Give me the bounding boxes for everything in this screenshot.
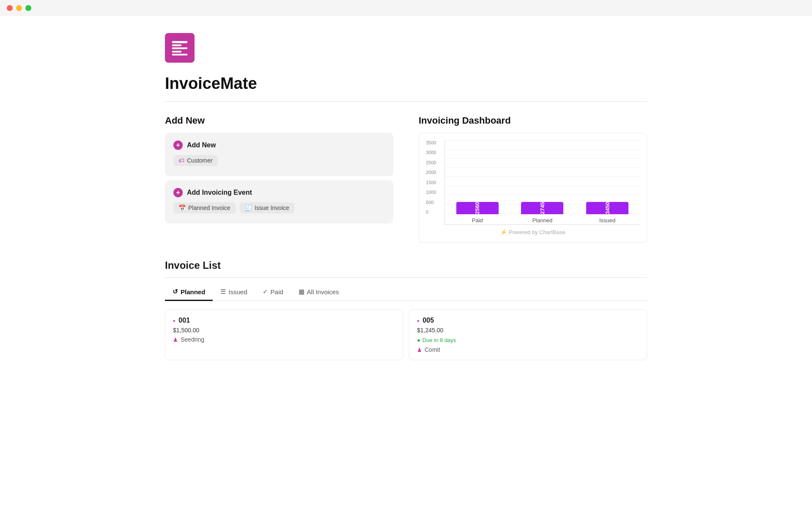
invoice-005-id: 005 [422, 317, 434, 324]
invoice-001-icon: ▪ [173, 317, 175, 324]
bar-chart: 0 500 1000 1500 2000 2500 3000 3500 2560 [426, 140, 640, 225]
customer-tag-label: Customer [187, 157, 213, 164]
bar-issued-rect: 3450 [586, 202, 628, 214]
bar-planned: 2745 Planned [521, 202, 563, 214]
chart-body: 2560 Paid 2745 Planned 3450 [444, 140, 640, 225]
main-divider [165, 101, 647, 102]
app-icon [165, 33, 195, 63]
bar-planned-rect: 2745 [521, 202, 563, 214]
invoice-list-title: Invoice List [165, 260, 647, 271]
tab-all-icon: ▦ [299, 288, 304, 295]
plus-icon[interactable]: + [173, 141, 183, 150]
maximize-button[interactable] [25, 5, 31, 11]
issue-invoice-label: Issue Invoice [255, 204, 289, 211]
y-label-3500: 3500 [426, 140, 436, 145]
tab-paid-icon: ✓ [263, 288, 268, 295]
svg-rect-4 [172, 54, 187, 55]
customer-005-icon: ♟ [417, 347, 422, 353]
dashboard-section: Invoicing Dashboard 0 500 1000 1500 2000… [419, 115, 647, 243]
add-new-card-header: + Add New [173, 141, 385, 150]
customer-001-name: Seedring [181, 336, 204, 343]
customer-tag-icon: 🏷 [178, 157, 184, 164]
two-col-layout: Add New + Add New 🏷 Customer + Add Invoi… [165, 115, 647, 243]
tab-issued-icon: ☰ [220, 288, 226, 295]
bar-planned-label: Planned [532, 217, 553, 224]
bar-issued-label: Issued [599, 217, 615, 224]
add-invoicing-event-title: Add Invoicing Event [187, 189, 252, 196]
svg-rect-3 [172, 51, 181, 52]
tab-issued-label: Issued [228, 288, 247, 295]
add-invoicing-event-card: + Add Invoicing Event 📅 Planned Invoice … [165, 180, 393, 224]
y-label-3000: 3000 [426, 150, 436, 155]
y-label-2500: 2500 [426, 160, 436, 165]
invoice-001-customer: ♟ Seedring [173, 336, 395, 343]
invoice-tabs: ↺ Planned ☰ Issued ✓ Paid ▦ All Invoices [165, 284, 647, 301]
y-label-2000: 2000 [426, 170, 436, 175]
bar-planned-value: 2745 [539, 202, 546, 214]
add-new-section: Add New + Add New 🏷 Customer + Add Invoi… [165, 115, 393, 243]
tab-planned-label: Planned [181, 288, 205, 295]
chart-powered: ⚡ Powered by ChartBase [426, 229, 640, 235]
bar-paid-value: 2560 [474, 202, 480, 214]
bar-issued: 3450 Issued [586, 202, 628, 214]
invoice-005-due-label: Due in 8 days [422, 337, 456, 343]
planned-invoice-tag-button[interactable]: 📅 Planned Invoice [173, 202, 236, 213]
invoice-card-001: ▪ 001 $1,500.00 ♟ Seedring [165, 309, 403, 360]
invoice-005-due-badge: ● Due in 8 days [417, 337, 456, 343]
customer-tag-button[interactable]: 🏷 Customer [173, 155, 218, 166]
minimize-button[interactable] [16, 5, 22, 11]
add-new-title: Add New [165, 115, 393, 126]
dashboard-title: Invoicing Dashboard [419, 115, 647, 126]
svg-rect-0 [172, 41, 187, 43]
bar-paid-label: Paid [472, 217, 483, 224]
close-button[interactable] [7, 5, 13, 11]
app-title: InvoiceMate [165, 75, 647, 93]
due-dot-icon: ● [417, 337, 420, 343]
customer-001-icon: ♟ [173, 337, 178, 343]
tab-planned-icon: ↺ [173, 288, 178, 295]
chart-container: 0 500 1000 1500 2000 2500 3000 3500 2560 [419, 133, 647, 243]
planned-invoice-label: Planned Invoice [188, 204, 230, 211]
tab-paid[interactable]: ✓ Paid [255, 284, 291, 301]
tab-issued[interactable]: ☰ Issued [213, 284, 255, 301]
invoice-005-customer: ♟ Comit [417, 346, 639, 353]
tab-paid-label: Paid [271, 288, 283, 295]
invoice-001-header: ▪ 001 [173, 317, 395, 324]
issue-invoice-tag-button[interactable]: 🧾 Issue Invoice [240, 202, 294, 213]
invoice-005-header: ▪ 005 [417, 317, 639, 324]
invoice-cards-grid: ▪ 001 $1,500.00 ♟ Seedring ▪ 005 $1,245.… [165, 309, 647, 360]
tab-all-label: All Invoices [307, 288, 339, 295]
main-content: InvoiceMate Add New + Add New 🏷 Customer [131, 16, 681, 377]
bar-issued-value: 3450 [604, 202, 611, 214]
add-new-card: + Add New 🏷 Customer [165, 133, 393, 176]
tab-planned[interactable]: ↺ Planned [165, 284, 213, 301]
planned-invoice-icon: 📅 [178, 204, 186, 211]
invoice-001-amount: $1,500.00 [173, 327, 395, 334]
invoice-divider [165, 277, 647, 278]
y-label-500: 500 [426, 200, 436, 205]
powered-by-label: Powered by ChartBase [509, 229, 565, 235]
invoice-list-section: Invoice List ↺ Planned ☰ Issued ✓ Paid ▦… [165, 260, 647, 360]
add-invoicing-event-header: + Add Invoicing Event [173, 188, 385, 197]
y-label-1500: 1500 [426, 180, 436, 185]
chart-y-labels: 0 500 1000 1500 2000 2500 3000 3500 [426, 140, 436, 225]
invoice-005-amount: $1,245.00 [417, 327, 639, 334]
invoice-005-icon: ▪ [417, 317, 419, 324]
svg-rect-1 [172, 44, 181, 46]
tab-all-invoices[interactable]: ▦ All Invoices [291, 284, 347, 301]
app-logo-icon [170, 39, 189, 57]
y-label-0: 0 [426, 210, 436, 215]
invoice-card-005: ▪ 005 $1,245.00 ● Due in 8 days ♟ Comit [409, 309, 647, 360]
add-new-card-title: Add New [187, 141, 216, 149]
y-label-1000: 1000 [426, 190, 436, 195]
plus-icon-2[interactable]: + [173, 188, 183, 197]
titlebar [0, 0, 812, 16]
bar-paid: 2560 Paid [456, 202, 499, 214]
invoice-001-id: 001 [178, 317, 190, 324]
bolt-icon: ⚡ [500, 229, 507, 235]
bar-paid-rect: 2560 [456, 202, 499, 214]
svg-rect-2 [172, 47, 187, 49]
issue-invoice-icon: 🧾 [245, 204, 252, 211]
customer-005-name: Comit [425, 346, 440, 353]
